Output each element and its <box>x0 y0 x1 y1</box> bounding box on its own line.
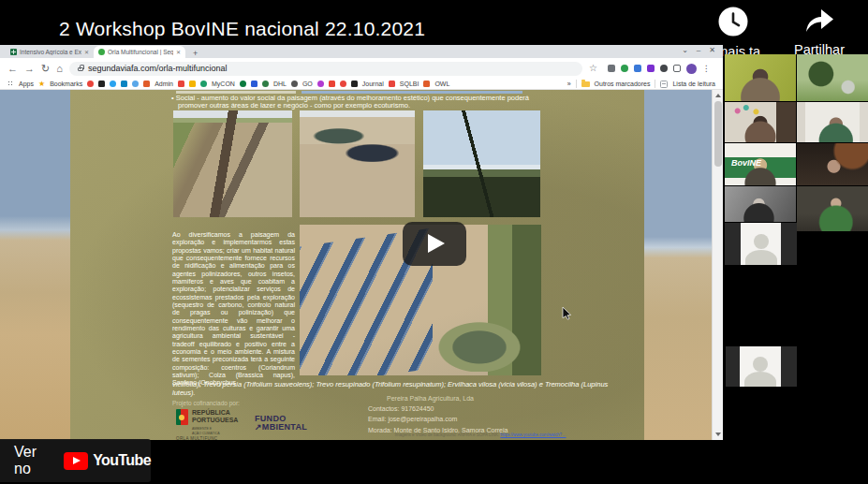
home-icon[interactable]: ⌂ <box>56 64 63 74</box>
extension-icon[interactable] <box>647 65 655 72</box>
bookmark-label[interactable]: GO <box>302 81 313 87</box>
bookmark-favicon[interactable] <box>240 81 246 87</box>
bookmark-favicon[interactable] <box>317 81 324 87</box>
bookmarks-overflow-icon[interactable]: » <box>567 81 571 87</box>
company-name: Pereira Palha Agricultura, Lda <box>387 393 508 403</box>
minimize-button[interactable]: – <box>697 46 700 54</box>
credits-link[interactable]: https://www.youtube.com/watch?… <box>500 433 566 437</box>
photo-field-fence <box>423 110 540 217</box>
extension-icon[interactable] <box>621 65 628 72</box>
site-favicon <box>98 49 105 55</box>
bookmark-favicon[interactable] <box>121 81 127 87</box>
bookmark-favicon[interactable] <box>251 81 257 87</box>
share-control[interactable]: Partilhar <box>787 6 852 57</box>
bovine-logo: BovINE <box>731 158 761 168</box>
extension-icon[interactable] <box>634 65 641 72</box>
apps-grid-icon[interactable] <box>7 81 14 87</box>
bookmark-label[interactable]: Admin <box>154 81 173 87</box>
participant-video-8[interactable] <box>797 186 868 231</box>
bookmark-favicon[interactable] <box>110 81 116 87</box>
watch-later-clock-icon[interactable] <box>717 6 749 37</box>
extension-icon[interactable] <box>673 65 681 72</box>
bookmark-label[interactable]: SQLBI <box>400 81 419 87</box>
participant-avatar-placeholder-1[interactable] <box>741 223 781 265</box>
background-landscape-photo-right <box>644 90 712 440</box>
republica-sub1: AMBIENTE E <box>192 427 212 431</box>
scroll-up-icon[interactable] <box>715 94 721 97</box>
bookmark-label[interactable]: Journal <box>362 81 384 87</box>
back-icon[interactable]: ← <box>7 64 18 74</box>
new-tab-button[interactable]: + <box>193 49 198 58</box>
tab-title: Orla Multifuncional | Segunda V <box>108 49 173 55</box>
bookmark-label[interactable]: DHL <box>273 81 287 87</box>
divider <box>655 80 655 88</box>
reading-list-label[interactable]: Lista de leitura <box>672 81 715 87</box>
bookmark-favicon[interactable] <box>143 81 150 87</box>
close-window-button[interactable]: ✕ <box>709 46 715 54</box>
tab-intensivo-agricola[interactable]: Intensivo Agrícola e Extensivo P ✕ <box>6 46 94 58</box>
reload-icon[interactable]: ↻ <box>41 64 50 74</box>
pin-extension-icon[interactable] <box>660 65 668 72</box>
bookmark-favicon[interactable] <box>340 81 346 87</box>
background-landscape-photo-left <box>0 90 70 440</box>
bookmark-favicon[interactable] <box>423 81 430 87</box>
bookmarks-bar: Apps ★ Bookmarks Admin MyCON DHL GO Jou <box>0 79 723 90</box>
video-player[interactable]: 2 Workshop BovINE nacional 22.10.2021 Ve… <box>0 0 868 484</box>
bookmark-favicon[interactable] <box>98 81 105 87</box>
video-title-link[interactable]: 2 Workshop BovINE nacional 22.10.2021 <box>59 18 425 40</box>
scrollbar-thumb[interactable] <box>714 101 722 167</box>
address-bar[interactable]: segundaviafa.com/orla-multifuncional <box>69 62 582 76</box>
tab-orla-multifuncional[interactable]: Orla Multifuncional | Segunda V ✕ <box>94 46 185 58</box>
mouse-cursor <box>562 306 572 320</box>
bookmark-favicon[interactable] <box>329 81 335 87</box>
watch-on-youtube-button[interactable]: Ver no YouTube <box>0 439 151 482</box>
bookmarks-star-icon[interactable]: ★ <box>38 81 45 88</box>
bookmark-favicon[interactable] <box>178 81 184 87</box>
bookmark-label[interactable]: MyCON <box>212 81 235 87</box>
bookmarks-label[interactable]: Bookmarks <box>50 81 82 87</box>
profile-avatar[interactable] <box>686 64 697 74</box>
participant-video-1[interactable] <box>725 54 796 101</box>
share-arrow-icon[interactable] <box>802 6 836 36</box>
participant-video-7[interactable] <box>725 186 796 222</box>
youtube-play-button[interactable] <box>403 222 466 266</box>
youtube-logo-icon <box>64 452 88 470</box>
url-text: segundaviafa.com/orla-multifuncional <box>88 64 228 73</box>
page-viewport: • Social - aumento do valor social da pa… <box>0 90 723 440</box>
folder-icon <box>581 81 590 87</box>
browser-toolbar: ← → ↻ ⌂ segundaviafa.com/orla-multifunci… <box>0 58 723 79</box>
participant-video-5[interactable]: BovINE <box>725 143 796 185</box>
scroll-down-icon[interactable] <box>715 433 721 436</box>
bookmark-favicon[interactable] <box>291 81 298 87</box>
tab-search-icon[interactable]: ⌄ <box>682 46 688 54</box>
bookmark-favicon[interactable] <box>262 81 269 87</box>
bookmark-favicon[interactable] <box>200 81 207 87</box>
participant-video-3[interactable] <box>725 102 796 142</box>
bookmark-label[interactable]: OWL <box>434 81 449 87</box>
participant-video-6[interactable] <box>797 143 868 185</box>
contact-phone: Contactos: 917624450 <box>368 403 508 414</box>
apps-label[interactable]: Apps <box>19 81 34 87</box>
bookmark-favicon[interactable] <box>132 81 139 87</box>
participant-avatar-placeholder-2[interactable] <box>740 346 781 387</box>
other-bookmarks-label[interactable]: Outros marcadores <box>595 81 651 87</box>
participant-video-4[interactable] <box>797 102 868 142</box>
slide-paragraph: Ao diversificamos a paisagem da exploraç… <box>172 231 295 388</box>
watch-on-label: Ver no <box>14 444 55 477</box>
bookmark-favicon[interactable] <box>189 81 196 87</box>
page-scrollbar[interactable] <box>712 90 723 440</box>
bookmark-favicon[interactable] <box>87 81 94 87</box>
bookmark-star-icon[interactable]: ☆ <box>589 64 597 73</box>
participant-video-2[interactable] <box>797 54 868 101</box>
browser-menu-icon[interactable]: ⋮ <box>702 64 711 73</box>
forward-icon[interactable]: → <box>24 64 35 74</box>
tab-close-icon[interactable]: ✕ <box>176 49 181 55</box>
browser-tab-strip: Intensivo Agrícola e Extensivo P ✕ Orla … <box>0 45 723 58</box>
bookmark-favicon[interactable] <box>389 81 395 87</box>
fundo-line2: ↗MBIENTAL <box>255 422 307 432</box>
bookmark-favicon[interactable] <box>351 81 358 87</box>
tab-close-icon[interactable]: ✕ <box>84 49 89 55</box>
extension-icon[interactable] <box>608 65 615 72</box>
youtube-wordmark: YouTube <box>93 452 151 469</box>
contact-email: Email: jose@pereirapalha.com <box>368 414 508 424</box>
